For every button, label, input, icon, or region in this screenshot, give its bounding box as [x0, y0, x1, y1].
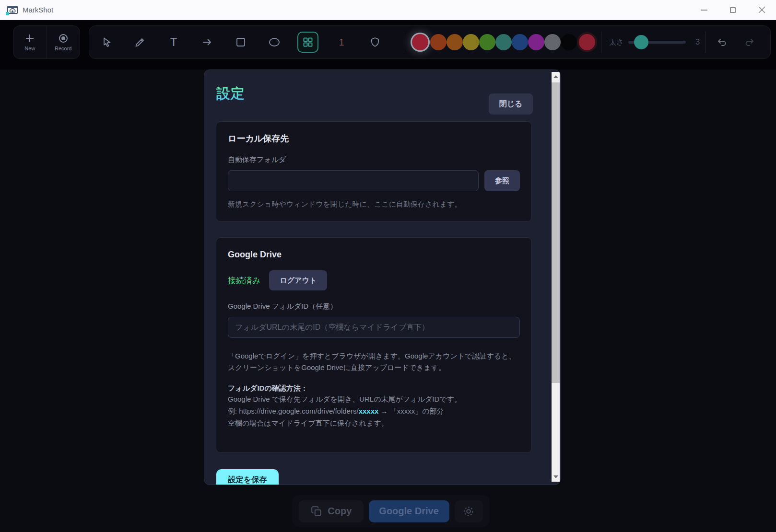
color-swatch-orange[interactable] — [447, 34, 463, 50]
color-swatch-green[interactable] — [479, 34, 495, 50]
maximize-button[interactable] — [718, 0, 747, 20]
google-login-description: 「Googleでログイン」を押すとブラウザが開きます。Googleアカウントで認… — [228, 350, 520, 373]
pen-icon — [134, 36, 146, 48]
toolbar-divider — [601, 31, 601, 53]
google-drive-label: Google Drive — [379, 506, 438, 517]
folder-id-howto-title: フォルダIDの確認方法： — [228, 384, 520, 393]
color-swatch-crimson[interactable] — [579, 34, 595, 50]
undo-icon — [717, 37, 728, 47]
modal-scrollbar[interactable] — [552, 72, 560, 482]
app-title: MarkShot — [23, 6, 53, 14]
theme-toggle-button[interactable] — [455, 500, 483, 522]
number-tool-icon: 1 — [339, 37, 344, 48]
local-save-heading: ローカル保存先 — [228, 133, 520, 144]
browse-button[interactable]: 参照 — [484, 170, 520, 191]
color-swatch-gray[interactable] — [544, 34, 561, 50]
record-label: Record — [55, 46, 71, 51]
toolbar-divider — [404, 31, 404, 53]
local-save-card: ローカル保存先 自動保存フォルダ 参照 新規スクショ時やウィンドウを閉じた時に、… — [216, 121, 532, 222]
toolbar-divider — [705, 31, 706, 53]
folder-id-howto-line2: 例: https://drive.google.com/drive/folder… — [228, 405, 520, 417]
color-swatch-magenta[interactable] — [528, 34, 544, 50]
record-button[interactable]: Record — [47, 26, 80, 58]
copy-icon — [310, 505, 323, 518]
text-tool-icon: T — [170, 35, 177, 49]
window-controls — [690, 0, 776, 20]
scroll-down-button[interactable] — [552, 472, 560, 482]
copy-label: Copy — [328, 506, 352, 517]
rectangle-icon — [235, 36, 247, 48]
tool-mosaic[interactable] — [297, 32, 318, 53]
arrow-icon — [201, 36, 213, 48]
color-swatch-yellow[interactable] — [463, 34, 479, 50]
copy-button[interactable]: Copy — [299, 500, 364, 522]
titlebar: MarkShot — [0, 0, 776, 20]
tool-select[interactable] — [96, 32, 117, 53]
new-button[interactable]: New — [13, 26, 47, 58]
color-swatch-blue[interactable] — [512, 34, 528, 50]
google-drive-upload-button[interactable]: Google Drive — [369, 500, 449, 522]
tool-arrow[interactable] — [197, 32, 218, 53]
close-icon — [758, 6, 765, 13]
sun-icon — [462, 505, 475, 518]
autosave-folder-input[interactable] — [228, 170, 479, 191]
autosave-folder-label: 自動保存フォルダ — [228, 155, 520, 164]
redo-icon — [743, 37, 755, 47]
connection-status: 接続済み — [228, 275, 260, 286]
scroll-up-button[interactable] — [552, 72, 560, 81]
top-toolbar: New Record T 1 — [0, 20, 776, 69]
maximize-icon — [730, 7, 736, 13]
google-drive-card: Google Drive 接続済み ログアウト Google Drive フォル… — [216, 237, 532, 453]
thickness-slider[interactable] — [628, 41, 686, 44]
close-window-button[interactable] — [747, 0, 776, 20]
tool-ellipse[interactable] — [264, 32, 285, 53]
scroll-down-icon — [553, 475, 558, 478]
slider-thumb[interactable] — [634, 35, 648, 49]
color-swatch-rust[interactable] — [430, 34, 447, 50]
mosaic-grid-icon — [302, 36, 314, 48]
tool-number[interactable]: 1 — [331, 32, 352, 53]
plus-icon — [24, 33, 35, 44]
capture-panel: New Record — [13, 25, 80, 59]
scrollbar-thumb[interactable] — [552, 82, 560, 383]
tool-text[interactable]: T — [163, 32, 184, 53]
color-swatch-red[interactable] — [412, 34, 428, 50]
thickness-label: 太さ — [609, 38, 623, 47]
record-icon — [58, 33, 69, 44]
tool-blur-shield[interactable] — [364, 32, 386, 53]
color-swatch-teal[interactable] — [495, 34, 512, 50]
folder-id-example-highlight: xxxxx — [359, 407, 379, 415]
tools-panel: T 1 太さ 3 — [89, 25, 771, 59]
cursor-icon — [101, 36, 112, 48]
thickness-value: 3 — [695, 38, 700, 46]
folder-id-howto-line3: 空欄の場合はマイドライブ直下に保存されます。 — [228, 417, 520, 429]
scroll-up-icon — [553, 75, 558, 78]
ellipse-icon — [268, 36, 281, 48]
redo-button[interactable] — [739, 32, 760, 53]
autosave-hint: 新規スクショ時やウィンドウを閉じた時に、ここに自動保存されます。 — [228, 200, 520, 209]
settings-title: 設定 — [216, 84, 245, 104]
folder-id-input[interactable] — [228, 317, 520, 338]
color-palette — [410, 34, 595, 50]
folder-id-label: Google Drive フォルダID（任意） — [228, 302, 520, 311]
minimize-icon — [701, 10, 707, 11]
settings-modal: 設定 閉じる ローカル保存先 自動保存フォルダ 参照 新規スクショ時やウィンドウ… — [204, 69, 561, 485]
undo-button[interactable] — [712, 32, 733, 53]
color-swatch-black[interactable] — [561, 34, 577, 50]
save-settings-button[interactable]: 設定を保存 — [216, 469, 279, 485]
bottom-action-bar: Copy Google Drive — [292, 495, 490, 527]
minimize-button[interactable] — [690, 0, 718, 20]
logout-button[interactable]: ログアウト — [269, 270, 327, 290]
folder-id-howto-line1: Google Drive で保存先フォルダを開き、URLの末尾がフォルダIDです… — [228, 393, 520, 405]
tool-rectangle[interactable] — [230, 32, 251, 53]
shield-icon — [369, 36, 381, 48]
app-logo-icon — [6, 5, 18, 15]
tool-pen[interactable] — [129, 32, 151, 53]
new-label: New — [24, 46, 35, 51]
google-drive-heading: Google Drive — [228, 249, 520, 260]
close-settings-button[interactable]: 閉じる — [489, 93, 533, 115]
